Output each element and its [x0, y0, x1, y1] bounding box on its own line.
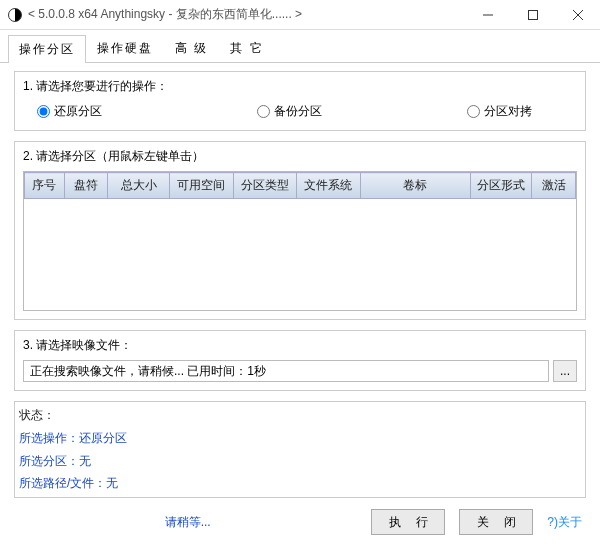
- status-group: 状态： 所选操作：还原分区 所选分区：无 所选路径/文件：无: [14, 401, 586, 498]
- col-total[interactable]: 总大小: [108, 173, 169, 199]
- window-title: < 5.0.0.8 x64 Anythingsky - 复杂的东西简单化....…: [28, 6, 465, 23]
- col-drive[interactable]: 盘符: [64, 173, 108, 199]
- radio-clone[interactable]: 分区对拷: [467, 103, 532, 120]
- tab-other[interactable]: 其 它: [219, 34, 274, 62]
- col-ptype[interactable]: 分区类型: [233, 173, 297, 199]
- close-dialog-button[interactable]: 关 闭: [459, 509, 533, 535]
- partition-table: 序号 盘符 总大小 可用空间 分区类型 文件系统 卷标 分区形式 激活: [24, 172, 576, 199]
- image-path-field[interactable]: 正在搜索映像文件，请稍候... 已用时间：1秒: [23, 360, 549, 382]
- image-label: 3. 请选择映像文件：: [23, 337, 577, 354]
- radio-clone-input[interactable]: [467, 105, 480, 118]
- partition-group: 2. 请选择分区（用鼠标左键单击） 序号 盘符 总大小 可用空间 分区类型 文件…: [14, 141, 586, 320]
- radio-clone-label: 分区对拷: [484, 103, 532, 120]
- maximize-button[interactable]: [510, 0, 555, 29]
- partition-table-wrap[interactable]: 序号 盘符 总大小 可用空间 分区类型 文件系统 卷标 分区形式 激活: [23, 171, 577, 311]
- radio-restore-label: 还原分区: [54, 103, 102, 120]
- radio-backup-input[interactable]: [257, 105, 270, 118]
- radio-restore[interactable]: 还原分区: [37, 103, 257, 120]
- operation-label: 1. 请选择您要进行的操作：: [23, 78, 577, 95]
- tab-disk[interactable]: 操作硬盘: [86, 34, 164, 62]
- execute-button[interactable]: 执 行: [371, 509, 445, 535]
- about-link[interactable]: ?)关于: [547, 514, 582, 531]
- minimize-button[interactable]: [465, 0, 510, 29]
- operation-group: 1. 请选择您要进行的操作： 还原分区 备份分区 分区对拷: [14, 71, 586, 131]
- status-header: 状态：: [19, 404, 581, 427]
- radio-backup-label: 备份分区: [274, 103, 322, 120]
- radio-backup[interactable]: 备份分区: [257, 103, 467, 120]
- col-index[interactable]: 序号: [25, 173, 65, 199]
- tab-bar: 操作分区 操作硬盘 高 级 其 它: [0, 30, 600, 63]
- wait-text: 请稍等...: [18, 514, 357, 531]
- footer: 请稍等... 执 行 关 闭 ?)关于: [0, 509, 600, 535]
- col-label[interactable]: 卷标: [360, 173, 470, 199]
- tab-partition[interactable]: 操作分区: [8, 35, 86, 63]
- col-scheme[interactable]: 分区形式: [470, 173, 531, 199]
- titlebar: < 5.0.0.8 x64 Anythingsky - 复杂的东西简单化....…: [0, 0, 600, 30]
- col-free[interactable]: 可用空间: [169, 173, 233, 199]
- status-operation: 所选操作：还原分区: [19, 427, 581, 450]
- partition-label: 2. 请选择分区（用鼠标左键单击）: [23, 148, 577, 165]
- tab-advanced[interactable]: 高 级: [164, 34, 219, 62]
- col-active[interactable]: 激活: [532, 173, 576, 199]
- image-group: 3. 请选择映像文件： 正在搜索映像文件，请稍候... 已用时间：1秒 ...: [14, 330, 586, 391]
- radio-restore-input[interactable]: [37, 105, 50, 118]
- close-button[interactable]: [555, 0, 600, 29]
- svg-rect-1: [528, 10, 537, 19]
- status-path: 所选路径/文件：无: [19, 472, 581, 495]
- app-icon: [8, 8, 22, 22]
- browse-button[interactable]: ...: [553, 360, 577, 382]
- image-path-value: 正在搜索映像文件，请稍候... 已用时间：1秒: [30, 363, 266, 380]
- col-fs[interactable]: 文件系统: [297, 173, 361, 199]
- status-partition: 所选分区：无: [19, 450, 581, 473]
